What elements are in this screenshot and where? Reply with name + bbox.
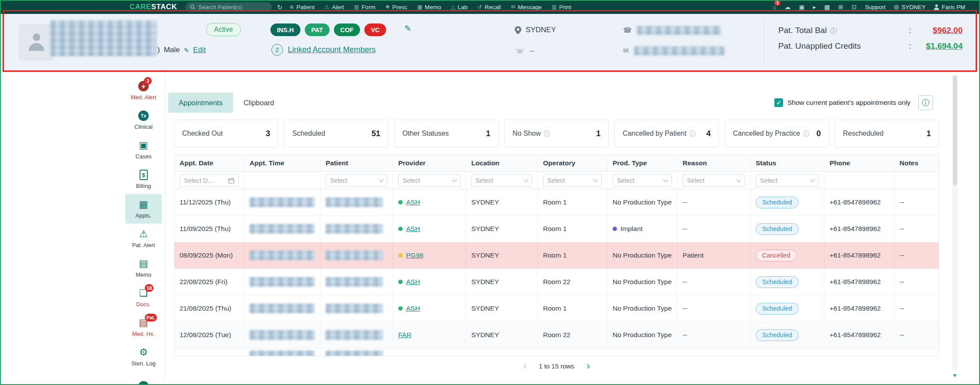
name-suffix: ) <box>157 46 160 54</box>
operatory-cell: Room 1 <box>538 216 607 242</box>
total-balance-value[interactable]: $962.00 <box>917 26 963 35</box>
notes-cell: -- <box>894 269 939 295</box>
menu-item-message[interactable]: Message <box>511 4 542 10</box>
provider-link[interactable]: ASH <box>406 198 420 206</box>
sidebar-item-medical-history[interactable]: Pat. Med. Hx. <box>125 312 162 342</box>
user-menu[interactable]: Faris PM <box>934 4 965 10</box>
menu-item-form[interactable]: Form <box>354 4 375 10</box>
stat-other-statuses[interactable]: Other Statuses1 <box>394 120 499 147</box>
sidebar-item-memo[interactable]: Memo <box>125 253 162 283</box>
patient-avatar[interactable] <box>19 24 54 60</box>
tab-appointments[interactable]: Appointments <box>168 93 233 113</box>
menu-item-patient[interactable]: Patient <box>290 4 315 10</box>
menu-item-alert[interactable]: Alert <box>325 4 344 10</box>
appt-time-redacted <box>250 198 315 207</box>
info-button[interactable] <box>918 95 933 110</box>
sidebar-item-cases[interactable]: Cases <box>125 135 162 164</box>
provider-link[interactable]: PG98 <box>406 251 423 259</box>
provider-link[interactable]: ASH <box>406 305 420 312</box>
prod-type-cell: No Production Type <box>607 295 677 321</box>
provider-link[interactable]: FAR <box>398 331 411 339</box>
person-icon <box>29 33 44 51</box>
sidebar-item-clinical[interactable]: Clinical <box>125 105 162 135</box>
support-link[interactable]: Support <box>865 4 885 10</box>
next-page-icon[interactable]: › <box>587 360 590 372</box>
provider-link[interactable]: ASH <box>406 278 420 286</box>
table-row[interactable]: 12/08/2025 (Tue) FAR SYDNEY Room 22 No P… <box>174 322 939 348</box>
table-row[interactable]: 11/09/2025 (Thu) ASH SYDNEY Room 1 Impla… <box>174 216 939 242</box>
col-location: Location <box>466 155 538 171</box>
menu-item-memo[interactable]: Memo <box>417 4 441 10</box>
chevron-down-icon <box>593 177 598 182</box>
send-icon[interactable] <box>813 3 816 10</box>
previous-page-icon[interactable]: ‹ <box>523 360 527 372</box>
table-row-partial[interactable] <box>174 348 939 356</box>
info-icon[interactable] <box>830 27 837 34</box>
stat-checked-out[interactable]: Checked Out3 <box>174 120 278 147</box>
menu-item-recall[interactable]: Recall <box>477 4 501 10</box>
unapplied-credits-value[interactable]: $1,694.04 <box>917 41 963 51</box>
col-provider: Provider <box>393 155 466 171</box>
sidebar-item-chat[interactable] <box>125 372 162 385</box>
patient-alert-icon <box>139 228 148 240</box>
status-badge: Scheduled <box>756 329 799 341</box>
sidebar-item-docs[interactable]: 18 Docs. <box>125 283 162 312</box>
col-operatory: Operatory <box>538 155 607 171</box>
display-icon[interactable] <box>852 3 857 10</box>
show-current-patient-toggle[interactable]: Show current patient's appointments only <box>774 98 910 107</box>
edit-patient-link[interactable]: Edit <box>193 46 206 54</box>
carestack-logo[interactable]: CARESTACK <box>130 3 177 11</box>
edit-flags-pencil-icon[interactable] <box>404 24 411 33</box>
stat-no-show[interactable]: No Show1 <box>504 120 609 147</box>
date-filter[interactable]: Select D... <box>180 174 239 187</box>
message-icon <box>511 4 515 10</box>
phone-cell: +61-8547898962 <box>824 242 894 268</box>
sidebar-item-billing[interactable]: Billing <box>125 164 162 194</box>
gift-icon[interactable] <box>824 3 830 10</box>
stat-cancelled-by-practice[interactable]: Cancelled by Practice0 <box>724 120 829 147</box>
sidebar-item-med-alert[interactable]: 3 Med. Alert <box>125 76 162 105</box>
tab-clipboard[interactable]: Clipboard <box>233 93 285 113</box>
banner-divider <box>764 20 764 64</box>
patient-filter[interactable]: Select <box>326 174 387 187</box>
cloud-icon[interactable] <box>784 3 790 10</box>
provider-filter[interactable]: Select <box>398 174 460 187</box>
reason-filter[interactable]: Select <box>683 174 745 187</box>
phone-cell: +61-8547898962 <box>824 295 894 321</box>
sidebar-item-sterilization-log[interactable]: Steri. Log <box>125 342 162 372</box>
menu-item-lab[interactable]: Lab <box>451 4 468 10</box>
docs-badge: 18 <box>145 284 153 292</box>
table-row[interactable]: 11/12/2025 (Thu) ASH SYDNEY Room 1 No Pr… <box>174 189 939 216</box>
stat-scheduled[interactable]: Scheduled51 <box>284 120 388 147</box>
scrollbar-thumb[interactable] <box>953 76 957 185</box>
stat-cancelled-by-patient[interactable]: Cancelled by Patient4 <box>614 120 719 147</box>
gallery-icon[interactable] <box>799 3 804 10</box>
location-filter[interactable]: Select <box>471 174 532 187</box>
location-selector[interactable]: SYDNEY <box>894 4 926 10</box>
checkbox-checked-icon[interactable] <box>774 98 783 107</box>
prod-type-filter[interactable]: Select <box>613 174 672 187</box>
patient-gender: Male <box>164 46 180 54</box>
menu-item-print[interactable]: Print <box>552 4 571 10</box>
linked-accounts-link[interactable]: Linked Account Members <box>288 45 376 54</box>
global-search-input[interactable]: Search Patient(s) <box>186 2 272 12</box>
patient-name-redacted <box>326 277 383 287</box>
vertical-scrollbar[interactable] <box>952 74 958 372</box>
col-prod-type: Prod. Type <box>607 155 677 171</box>
clinic-icon[interactable]: 1 <box>773 3 776 10</box>
scroll-down-icon[interactable] <box>952 373 957 378</box>
table-row[interactable]: 22/08/2025 (Fri) ASH SYDNEY Room 22 No P… <box>174 269 939 295</box>
stat-rescheduled[interactable]: Rescheduled1 <box>835 120 939 147</box>
sidebar-item-appointments[interactable]: Appts. <box>125 194 162 224</box>
table-row-cancelled[interactable]: 08/09/2025 (Mon) PG98 SYDNEY Room 1 No P… <box>174 242 939 269</box>
operatory-filter[interactable]: Select <box>543 174 602 187</box>
linked-accounts[interactable]: 2 Linked Account Members <box>271 44 376 56</box>
operatory-cell: Room 22 <box>538 322 607 348</box>
table-row[interactable]: 21/08/2025 (Thu) ASH SYDNEY Room 1 No Pr… <box>174 295 939 322</box>
sidebar-item-patient-alert[interactable]: Pat. Alert <box>125 224 162 253</box>
refresh-icon[interactable] <box>277 4 283 10</box>
menu-item-presc[interactable]: Presc <box>385 4 407 10</box>
provider-link[interactable]: ASH <box>406 225 420 233</box>
apps-grid-icon[interactable] <box>838 3 843 10</box>
status-filter[interactable]: Select <box>756 174 819 187</box>
